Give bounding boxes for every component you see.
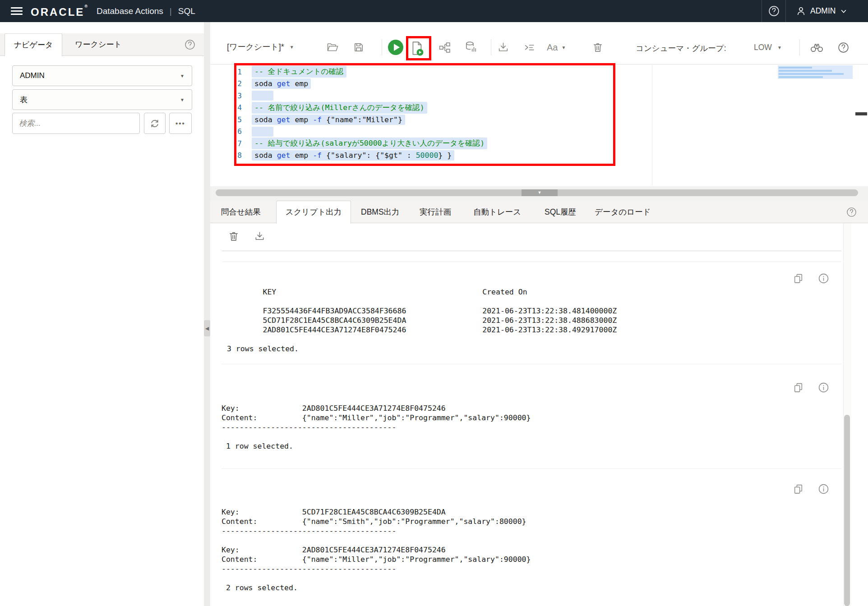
search-input[interactable] bbox=[12, 113, 140, 134]
output-divider bbox=[222, 262, 841, 262]
panel-splitter[interactable] bbox=[204, 22, 210, 606]
worksheet-selector[interactable]: [ワークシート]* ▼ bbox=[227, 41, 294, 52]
output-scrollbar-thumb[interactable] bbox=[844, 415, 850, 606]
sidebar-tab-navigator[interactable]: ナビゲータ bbox=[5, 33, 62, 56]
consumer-group-select[interactable]: LOW ▼ bbox=[754, 43, 782, 52]
open-file-button[interactable] bbox=[327, 42, 339, 53]
sidebar-collapse-handle[interactable]: ◀ bbox=[204, 320, 210, 336]
worksheet-name: [ワークシート]* bbox=[227, 41, 284, 52]
tab-sql-history[interactable]: SQL履歴 bbox=[545, 201, 576, 223]
editor-lines: 1-- 全ドキュメントの確認2soda get emp34-- 名前で絞り込み(… bbox=[210, 66, 868, 161]
chevron-down-icon: ▼ bbox=[561, 45, 566, 50]
toolbar-divider bbox=[382, 39, 382, 55]
schema-select-value: ADMIN bbox=[20, 71, 45, 80]
play-icon bbox=[394, 44, 400, 51]
line-number: 6 bbox=[210, 127, 252, 136]
editor-scrollbar-marker[interactable] bbox=[855, 112, 867, 115]
editor-minimap[interactable] bbox=[778, 65, 853, 79]
user-icon bbox=[796, 6, 806, 16]
user-menu[interactable]: ADMIN bbox=[786, 0, 868, 22]
consumer-group-value: LOW bbox=[754, 43, 772, 52]
refresh-button[interactable] bbox=[144, 113, 166, 134]
tab-autotrace[interactable]: 自動トレース bbox=[473, 201, 521, 223]
run-statement-button[interactable] bbox=[388, 40, 403, 55]
ellipsis-icon: ••• bbox=[175, 119, 185, 127]
info-icon[interactable] bbox=[818, 483, 829, 495]
splitter-collapse-handle[interactable]: ▼ bbox=[522, 189, 558, 196]
info-icon[interactable] bbox=[818, 273, 829, 284]
run-script-button[interactable] bbox=[409, 40, 425, 56]
minimap-line bbox=[779, 67, 812, 69]
oracle-logo: ORACLE® bbox=[31, 4, 88, 18]
explain-plan-button[interactable] bbox=[439, 41, 451, 54]
chevron-down-icon: ▼ bbox=[180, 73, 185, 78]
code-text: soda get emp -f {"name":"Miller"} bbox=[252, 115, 405, 125]
hamburger-menu-icon[interactable] bbox=[11, 5, 23, 17]
line-number: 1 bbox=[210, 68, 252, 76]
sql-editor[interactable]: 1-- 全ドキュメントの確認2soda get emp34-- 名前で絞り込み(… bbox=[210, 64, 868, 186]
info-icon[interactable] bbox=[818, 382, 829, 393]
results-help-icon[interactable] bbox=[846, 207, 857, 218]
minimap-line bbox=[779, 70, 832, 72]
editor-line: 7-- 給与で絞り込み(salaryが50000より大きい人のデータを確認) bbox=[210, 138, 868, 150]
editor-line: 3 bbox=[210, 90, 868, 102]
editor-line: 8soda get emp -f {"salary": {"$gt" : 500… bbox=[210, 150, 868, 162]
script-output-block: Key: 5CD71F28C1EA45C8BCA4C6309B25E4DA Co… bbox=[222, 507, 531, 592]
more-options-button[interactable]: ••• bbox=[169, 113, 192, 134]
tab-explain-plan[interactable]: 実行計画 bbox=[420, 201, 451, 223]
tab-data-load[interactable]: データのロード bbox=[595, 201, 651, 223]
sidebar-tab-worksheet[interactable]: ワークシート bbox=[62, 33, 134, 56]
find-button[interactable] bbox=[809, 42, 824, 54]
editor-line: 2soda get emp bbox=[210, 78, 868, 90]
tab-query-result[interactable]: 問合せ結果 bbox=[221, 201, 261, 223]
editor-line: 4-- 名前で絞り込み(Millerさんのデータを確認) bbox=[210, 102, 868, 114]
save-button[interactable] bbox=[353, 41, 365, 53]
minimap-line bbox=[779, 76, 823, 78]
chevron-down-icon: ▼ bbox=[777, 45, 782, 50]
output-divider bbox=[222, 251, 841, 251]
header-divider: | bbox=[170, 6, 172, 16]
sidebar-help-icon[interactable] bbox=[184, 39, 196, 50]
download-button[interactable] bbox=[497, 41, 509, 54]
editor-line: 5soda get emp -f {"name":"Miller"} bbox=[210, 114, 868, 126]
output-divider bbox=[222, 468, 841, 469]
autotrace-button[interactable] bbox=[465, 41, 477, 53]
script-output-panel: KEY Created On F325554436F44FB3AD9ACC358… bbox=[210, 223, 868, 606]
tab-dbms-output[interactable]: DBMS出力 bbox=[361, 201, 400, 223]
module-title: SQL bbox=[178, 6, 195, 16]
editor-line: 6 bbox=[210, 126, 868, 138]
format-button[interactable] bbox=[523, 42, 536, 54]
code-text bbox=[252, 91, 273, 101]
download-output-button[interactable] bbox=[254, 231, 265, 242]
clear-worksheet-button[interactable] bbox=[592, 41, 604, 53]
toolbar-help-button[interactable] bbox=[837, 41, 850, 54]
code-text: -- 全ドキュメントの確認 bbox=[252, 66, 346, 78]
script-output-block: KEY Created On F325554436F44FB3AD9ACC358… bbox=[227, 287, 617, 354]
font-size-label: Aa bbox=[547, 42, 558, 53]
header-help-button[interactable] bbox=[762, 0, 786, 22]
chevron-down-icon: ▼ bbox=[290, 45, 294, 50]
line-number: 4 bbox=[210, 103, 252, 112]
copy-icon[interactable] bbox=[793, 382, 804, 393]
code-text: -- 名前で絞り込み(Millerさんのデータを確認) bbox=[252, 102, 427, 114]
clear-output-button[interactable] bbox=[228, 230, 240, 242]
object-type-select[interactable]: 表 ▼ bbox=[12, 89, 192, 110]
font-size-button[interactable]: Aa ▼ bbox=[547, 42, 566, 53]
line-number: 3 bbox=[210, 92, 252, 100]
code-text: -- 給与で絞り込み(salaryが50000より大きい人のデータを確認) bbox=[252, 138, 487, 149]
chevron-down-icon bbox=[840, 7, 848, 15]
script-output-block: Key: 2AD801C5FE444CE3A71274E8F0475246 Co… bbox=[222, 404, 531, 451]
editor-line: 1-- 全ドキュメントの確認 bbox=[210, 66, 868, 78]
tab-script-output[interactable]: スクリプト出力 bbox=[276, 201, 351, 224]
refresh-icon bbox=[149, 118, 160, 129]
minimap-line bbox=[779, 73, 844, 75]
editor-minimap-divider bbox=[652, 64, 652, 186]
copy-icon[interactable] bbox=[793, 483, 804, 495]
user-name: ADMIN bbox=[810, 6, 836, 16]
code-text: soda get emp bbox=[252, 78, 311, 89]
schema-select[interactable]: ADMIN ▼ bbox=[12, 65, 192, 86]
line-number: 8 bbox=[210, 151, 252, 160]
line-number: 7 bbox=[210, 139, 252, 148]
code-text bbox=[252, 127, 273, 137]
copy-icon[interactable] bbox=[793, 273, 804, 284]
